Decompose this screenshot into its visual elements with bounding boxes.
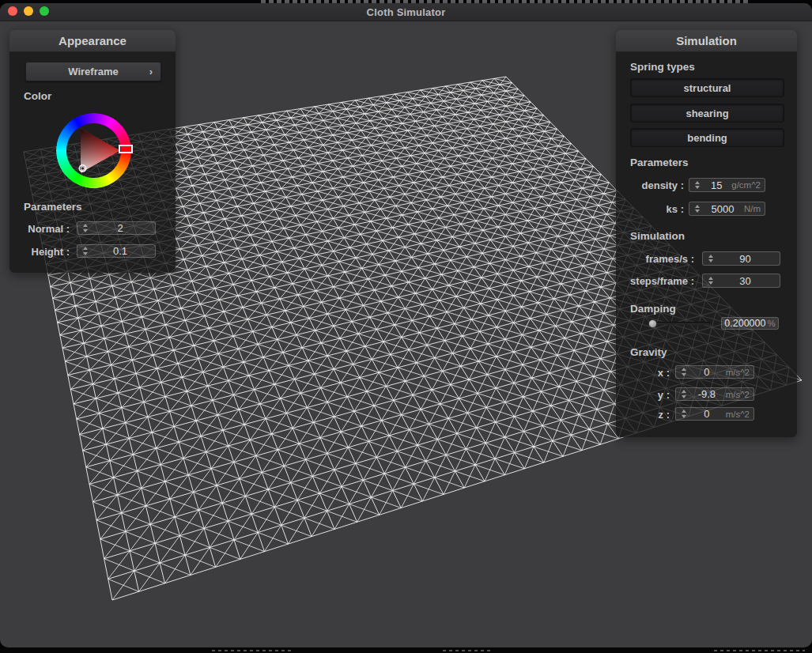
- frames-value: 90: [716, 253, 774, 265]
- clipped-background-window-bottom: [0, 647, 812, 653]
- render-mode-button[interactable]: Wireframe ›: [25, 62, 161, 81]
- zoom-button[interactable]: [40, 6, 49, 16]
- damping-slider-knob[interactable]: [648, 319, 657, 328]
- structural-spring-button[interactable]: structural: [630, 78, 784, 97]
- frames-field[interactable]: 90: [702, 251, 780, 266]
- bending-spring-button[interactable]: bending: [630, 128, 784, 147]
- appearance-parameters-label: Parameters: [24, 201, 82, 213]
- title-bar[interactable]: Cloth Simulator: [0, 3, 812, 21]
- gravity-z-label: z :: [616, 408, 670, 420]
- damping-value: 0.200000: [724, 318, 765, 329]
- gravity-y-value: -9.8: [689, 388, 724, 400]
- steps-label: steps/frame :: [616, 275, 694, 287]
- spring-types-label: Spring types: [630, 61, 695, 73]
- gravity-x-row: x : 0 m/s^2: [616, 365, 797, 379]
- saturation-value-triangle[interactable]: [56, 113, 131, 188]
- color-wheel[interactable]: [56, 113, 131, 188]
- spinner-up-down-icon[interactable]: [679, 390, 688, 398]
- gravity-y-field[interactable]: -9.8 m/s^2: [675, 387, 754, 401]
- height-row: Height : 0.1: [9, 244, 176, 258]
- height-value: 0.1: [91, 245, 149, 257]
- density-unit: g/cm^2: [731, 180, 761, 190]
- gravity-x-unit: m/s^2: [726, 368, 750, 377]
- cloth-simulator-window: Cloth Simulator Appearance Wireframe › C…: [0, 3, 812, 647]
- minimize-button[interactable]: [24, 6, 33, 16]
- chevron-right-icon: ›: [149, 66, 153, 77]
- damping-unit: %: [767, 319, 775, 328]
- simulation-panel-title: Simulation: [676, 34, 737, 47]
- gravity-x-value: 0: [689, 366, 724, 378]
- steps-row: steps/frame : 30: [616, 274, 797, 288]
- normal-field[interactable]: 2: [77, 221, 156, 235]
- gravity-y-label: y :: [616, 388, 670, 400]
- appearance-panel-header[interactable]: Appearance: [9, 30, 176, 52]
- simulation-panel-header[interactable]: Simulation: [616, 30, 797, 52]
- ks-row: ks : 5000 N/m: [616, 202, 797, 216]
- density-value: 15: [703, 179, 730, 191]
- gravity-z-row: z : 0 m/s^2: [616, 407, 797, 421]
- color-label: Color: [24, 90, 51, 102]
- frames-row: frames/s : 90: [616, 251, 797, 266]
- ks-field[interactable]: 5000 N/m: [689, 202, 765, 216]
- normal-label: Normal :: [9, 222, 70, 234]
- shearing-spring-button[interactable]: shearing: [630, 104, 784, 123]
- damping-value-box[interactable]: 0.200000 %: [721, 317, 779, 330]
- height-label: Height :: [9, 245, 70, 257]
- gravity-z-field[interactable]: 0 m/s^2: [675, 407, 754, 421]
- spinner-up-down-icon[interactable]: [693, 181, 701, 190]
- density-field[interactable]: 15 g/cm^2: [689, 178, 765, 192]
- steps-value: 30: [716, 275, 774, 287]
- gravity-z-value: 0: [689, 408, 724, 420]
- steps-field[interactable]: 30: [702, 274, 780, 288]
- close-button[interactable]: [8, 6, 17, 16]
- gravity-y-row: y : -9.8 m/s^2: [616, 387, 797, 401]
- normal-value: 2: [91, 222, 149, 234]
- sim-parameters-label: Parameters: [630, 157, 689, 168]
- spinner-up-down-icon[interactable]: [81, 247, 89, 255]
- frames-label: frames/s :: [616, 253, 694, 265]
- spinner-up-down-icon[interactable]: [706, 277, 715, 285]
- ks-value: 5000: [703, 203, 742, 215]
- spinner-up-down-icon[interactable]: [81, 224, 89, 232]
- gravity-x-field[interactable]: 0 m/s^2: [675, 365, 754, 379]
- spinner-up-down-icon[interactable]: [706, 255, 715, 263]
- appearance-panel: Appearance Wireframe › Color: [9, 30, 176, 273]
- render-mode-label: Wireframe: [68, 66, 118, 77]
- structural-label: structural: [684, 82, 731, 94]
- gravity-y-unit: m/s^2: [726, 390, 750, 399]
- gravity-z-unit: m/s^2: [726, 410, 750, 419]
- spinner-up-down-icon[interactable]: [679, 410, 688, 418]
- spinner-up-down-icon[interactable]: [679, 368, 688, 376]
- window-title: Cloth Simulator: [367, 6, 446, 18]
- damping-slider-track[interactable]: [650, 322, 710, 325]
- height-field[interactable]: 0.1: [77, 244, 156, 258]
- ks-unit: N/m: [744, 204, 761, 213]
- density-label: density :: [616, 179, 684, 191]
- bending-label: bending: [687, 132, 727, 144]
- sv-selector-dot: [81, 167, 84, 169]
- hue-selector[interactable]: [119, 145, 132, 153]
- sim-simulation-label: Simulation: [630, 230, 685, 242]
- simulation-panel: Simulation Spring types structural shear…: [616, 30, 797, 437]
- density-row: density : 15 g/cm^2: [616, 178, 797, 192]
- shearing-label: shearing: [685, 108, 728, 119]
- gravity-label: Gravity: [630, 346, 667, 358]
- damping-label: Damping: [630, 303, 676, 315]
- normal-row: Normal : 2: [9, 221, 176, 235]
- gravity-x-label: x :: [616, 366, 670, 378]
- desktop: Cloth Simulator Appearance Wireframe › C…: [0, 0, 812, 653]
- spinner-up-down-icon[interactable]: [693, 205, 701, 213]
- ks-label: ks :: [616, 203, 684, 215]
- appearance-panel-title: Appearance: [59, 34, 127, 47]
